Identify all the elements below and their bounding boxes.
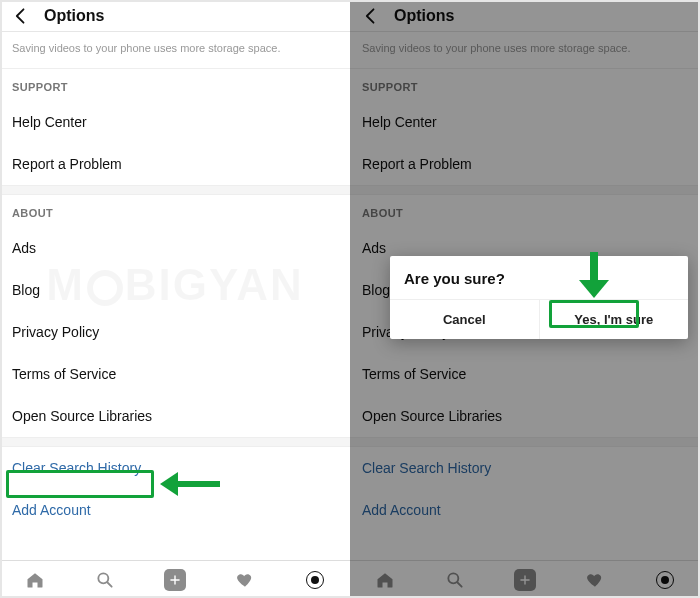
item-help-center[interactable]: Help Center	[0, 101, 350, 143]
item-terms[interactable]: Terms of Service	[0, 353, 350, 395]
item-add-account[interactable]: Add Account	[0, 489, 350, 531]
topbar: Options	[0, 0, 350, 32]
svg-point-0	[98, 573, 108, 583]
item-clear-search-history[interactable]: Clear Search History	[0, 447, 350, 489]
item-ads[interactable]: Ads	[0, 227, 350, 269]
dialog-cancel-button[interactable]: Cancel	[390, 300, 539, 339]
right-pane: Options Saving videos to your phone uses…	[350, 0, 700, 598]
svg-line-1	[108, 582, 112, 586]
item-oss[interactable]: Open Source Libraries	[0, 395, 350, 437]
profile-icon[interactable]	[304, 569, 326, 591]
section-separator	[0, 437, 350, 447]
dialog-confirm-button[interactable]: Yes, I'm sure	[539, 300, 689, 339]
storage-hint: Saving videos to your phone uses more st…	[0, 32, 350, 69]
back-arrow-icon[interactable]	[10, 5, 32, 27]
item-report-problem[interactable]: Report a Problem	[0, 143, 350, 185]
item-privacy[interactable]: Privacy Policy	[0, 311, 350, 353]
confirm-dialog: Are you sure? Cancel Yes, I'm sure	[390, 256, 688, 339]
section-header-support: SUPPORT	[0, 69, 350, 101]
home-icon[interactable]	[24, 569, 46, 591]
create-icon[interactable]	[164, 569, 186, 591]
dialog-title: Are you sure?	[390, 256, 688, 300]
heart-icon[interactable]	[234, 569, 256, 591]
search-icon[interactable]	[94, 569, 116, 591]
item-blog[interactable]: Blog	[0, 269, 350, 311]
section-header-about: ABOUT	[0, 195, 350, 227]
section-separator	[0, 185, 350, 195]
page-title: Options	[44, 7, 104, 25]
bottom-navbar	[0, 560, 350, 598]
left-pane: Options Saving videos to your phone uses…	[0, 0, 350, 598]
